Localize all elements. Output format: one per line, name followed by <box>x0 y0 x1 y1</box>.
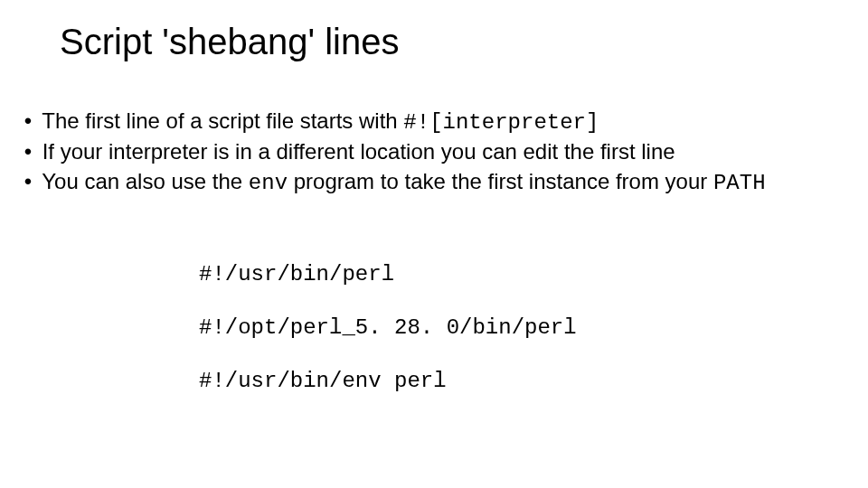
bullet-list: • The first line of a script file starts… <box>22 107 846 198</box>
slide: Script 'shebang' lines • The first line … <box>0 0 868 488</box>
bullet-text: If your interpreter is in a different lo… <box>42 139 675 164</box>
bullet-dot: • <box>22 137 34 166</box>
bullet-item: • You can also use the env program to ta… <box>22 167 846 198</box>
bullet-dot: • <box>22 167 34 196</box>
bullet-item: • If your interpreter is in a different … <box>22 137 846 166</box>
slide-title: Script 'shebang' lines <box>60 22 400 62</box>
code-examples: #!/usr/bin/perl #!/opt/perl_5. 28. 0/bin… <box>199 262 577 394</box>
bullet-text: program to take the first instance from … <box>288 169 713 193</box>
bullet-text: You can also use the <box>42 169 249 193</box>
bullet-item: • The first line of a script file starts… <box>22 107 846 137</box>
code-line: #!/usr/bin/perl <box>199 262 577 288</box>
inline-code: #![interpreter] <box>403 110 599 135</box>
code-line: #!/usr/bin/env perl <box>199 369 577 395</box>
inline-code: env <box>249 171 288 195</box>
bullet-text: The first line of a script file starts w… <box>42 108 403 133</box>
code-line: #!/opt/perl_5. 28. 0/bin/perl <box>199 315 577 342</box>
bullet-dot: • <box>22 107 34 136</box>
inline-code: PATH <box>713 171 766 195</box>
